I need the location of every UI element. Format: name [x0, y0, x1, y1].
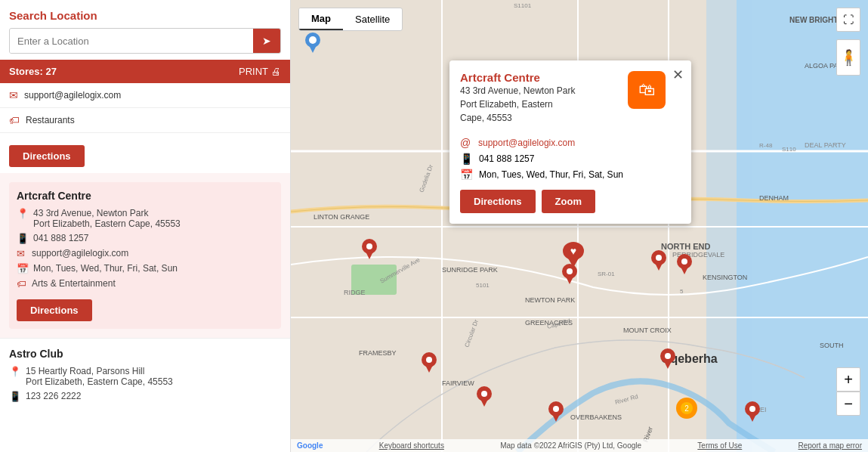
svg-text:S1101: S1101	[514, 2, 532, 9]
popup-hours-text: Mon, Tues, Wed, Thur, Fri, Sat, Sun	[479, 169, 623, 180]
popup-phone-text: 041 888 1257	[479, 153, 534, 164]
list-email-text: support@agilelogix.com	[24, 90, 121, 101]
popup-directions-button[interactable]: Directions	[460, 190, 536, 213]
zoom-out-button[interactable]: −	[836, 392, 860, 416]
svg-text:SUNRIDGE PARK: SUNRIDGE PARK	[442, 266, 498, 274]
popup-calendar-icon: 📅	[460, 169, 473, 181]
popup-hours-detail: 📅 Mon, Tues, Wed, Thur, Fri, Sat, Sun	[460, 169, 681, 181]
keyboard-shortcuts[interactable]: Keyboard shortcuts	[379, 441, 444, 450]
tag-icon: 🏷	[9, 114, 20, 126]
popup-email-link[interactable]: support@agilelogix.com	[478, 138, 575, 148]
svg-text:2: 2	[684, 404, 689, 413]
svg-marker-50	[565, 275, 574, 284]
store-address-artcraft: 📍 43 3rd Avenue, Newton Park Port Elizab…	[17, 208, 273, 229]
svg-text:RIDGE: RIDGE	[344, 289, 366, 296]
location-icon2: 📍	[9, 366, 21, 377]
svg-text:NEWTON PARK: NEWTON PARK	[525, 296, 575, 304]
directions-button-top[interactable]: Directions	[9, 145, 85, 167]
store-address-astro: 📍 15 Heartly Road, Parsons Hill Port Eli…	[9, 366, 281, 387]
map-pin-7	[659, 348, 676, 371]
map-pin-5	[476, 385, 493, 409]
svg-point-66	[665, 353, 671, 359]
store-address-text-astro: 15 Heartly Road, Parsons Hill Port Eliza…	[26, 366, 173, 387]
stores-bar: Stores: 27 PRINT 🖨	[0, 60, 290, 83]
store-card-astro: Astro Club 📍 15 Heartly Road, Parsons Hi…	[0, 339, 290, 415]
map-data-label: Map data ©2022 AfriGIS (Pty) Ltd, Google	[500, 441, 641, 450]
svg-text:S110: S110	[782, 146, 796, 153]
popup-close-button[interactable]: ✕	[672, 67, 684, 83]
location-icon: 📍	[17, 208, 29, 219]
search-input[interactable]	[10, 29, 253, 53]
svg-marker-44	[308, 44, 317, 53]
list-email-item: ✉ support@agilelogix.com	[0, 83, 290, 108]
svg-text:KENSINGTON: KENSINGTON	[703, 274, 747, 281]
store-card-inner-artcraft: Artcraft Centre 📍 43 3rd Avenue, Newton …	[9, 182, 281, 329]
google-logo: Google	[297, 441, 323, 450]
print-label: PRINT	[239, 66, 268, 77]
svg-text:FRAMESBY: FRAMESBY	[359, 349, 397, 357]
store-phone-artcraft: 📱 041 888 1257	[17, 233, 273, 244]
svg-text:R-48: R-48	[759, 142, 773, 149]
print-button[interactable]: PRINT 🖨	[239, 66, 281, 77]
store-email-artcraft: ✉ support@agilelogix.com	[17, 248, 273, 259]
svg-point-48	[366, 243, 372, 249]
popup-address: 43 3rd Avenue, Newton Park Port Elizabet…	[460, 84, 576, 125]
phone-icon2: 📱	[9, 391, 21, 402]
left-panel: Search Location ➤ Stores: 27 PRINT 🖨 ✉ s…	[0, 0, 291, 452]
svg-point-63	[553, 406, 559, 412]
map-pin-active: ♥	[563, 242, 584, 270]
map-pin-3	[650, 249, 667, 273]
search-icon: ➤	[262, 35, 271, 47]
svg-text:NORTH END: NORTH END	[661, 242, 710, 251]
tab-map[interactable]: Map	[299, 8, 343, 30]
popup-email-icon: @	[460, 137, 472, 149]
list-tag-item: 🏷 Restaurants	[0, 108, 290, 133]
zoom-in-button[interactable]: +	[836, 367, 860, 392]
svg-marker-56	[425, 364, 434, 373]
search-button[interactable]: ➤	[253, 29, 280, 53]
search-title: Search Location	[9, 9, 281, 22]
tab-satellite[interactable]: Satellite	[343, 8, 402, 30]
svg-point-60	[481, 391, 487, 397]
svg-marker-59	[480, 398, 489, 407]
report-link[interactable]: Report a map error	[798, 441, 862, 450]
terms-link[interactable]: Terms of Use	[697, 441, 742, 450]
calendar-icon: 📅	[17, 263, 29, 274]
search-section: Search Location ➤	[0, 0, 290, 60]
stores-count: Stores: 27	[9, 66, 57, 77]
map-pin-8	[744, 401, 761, 424]
map-pin-4	[421, 351, 437, 375]
svg-marker-62	[551, 413, 561, 422]
email-icon2: ✉	[17, 248, 27, 259]
map-footer: Google Keyboard shortcuts Map data ©2022…	[291, 439, 868, 452]
svg-text:SR-01: SR-01	[598, 271, 615, 277]
store-tag-artcraft: 🏷 Arts & Entertainment	[17, 278, 273, 289]
map-pin-orange: 2	[675, 397, 698, 422]
map-pin-top	[304, 32, 321, 55]
popup-title-text: Artcraft Centre 43 3rd Avenue, Newton Pa…	[460, 71, 576, 131]
pegman-button[interactable]: 🧍	[836, 39, 860, 76]
popup-title: Artcraft Centre	[460, 71, 576, 84]
store-name-artcraft: Artcraft Centre	[17, 190, 273, 202]
svg-marker-68	[748, 413, 757, 422]
phone-icon: 📱	[17, 233, 29, 244]
directions-button-artcraft[interactable]: Directions	[17, 299, 92, 321]
svg-marker-53	[654, 262, 663, 271]
store-phone-astro: 📱 123 226 2222	[9, 391, 281, 402]
print-icon: 🖨	[271, 66, 281, 77]
store-address-text: 43 3rd Avenue, Newton Park Port Elizabet…	[33, 208, 181, 229]
popup-actions: Directions Zoom	[460, 190, 681, 213]
fullscreen-button[interactable]: ⛶	[836, 8, 860, 32]
map-area[interactable]: NEW BRIGHTON ALGOA PARK LINTON GRANGE RI…	[291, 0, 868, 452]
svg-text:♥: ♥	[570, 245, 576, 257]
map-pin-north	[676, 253, 693, 277]
store-hours-artcraft: 📅 Mon, Tues, Wed, Thur, Fri, Sat, Sun	[17, 263, 273, 274]
stores-list: ✉ support@agilelogix.com 🏷 Restaurants D…	[0, 83, 290, 452]
svg-text:FAIRVIEW: FAIRVIEW	[442, 379, 474, 387]
svg-text:5101: 5101	[476, 282, 490, 289]
svg-point-78	[681, 259, 687, 265]
svg-text:DENHAM: DENHAM	[759, 194, 789, 202]
svg-text:OVERBAAKENS: OVERBAAKENS	[570, 413, 622, 421]
map-tabs: Map Satellite	[298, 8, 403, 31]
popup-zoom-button[interactable]: Zoom	[542, 190, 595, 213]
